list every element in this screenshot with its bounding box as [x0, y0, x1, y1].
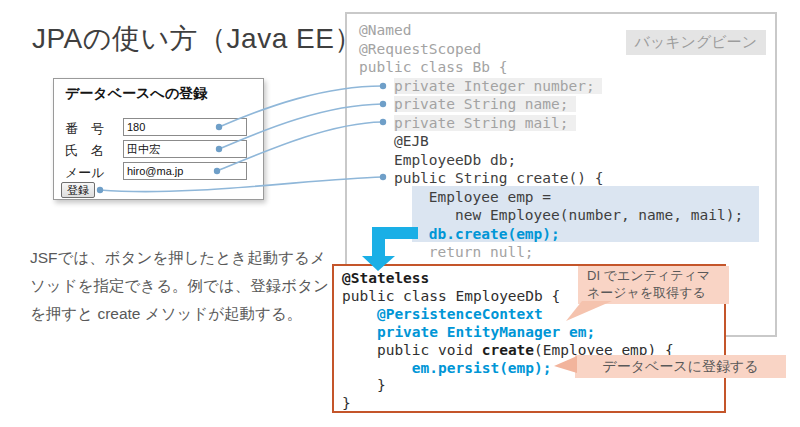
- note-line: を押すと create メソッドが起動する。: [30, 300, 360, 328]
- persist-callout: データベースに登録する: [575, 355, 786, 378]
- mail-input[interactable]: [123, 162, 247, 180]
- slide: JPAの使い方（Java EE） データベースへの登録 番 号 氏 名 メール …: [0, 0, 800, 427]
- registration-form: データベースへの登録 番 号 氏 名 メール 登録: [53, 78, 264, 200]
- name-input[interactable]: [123, 140, 247, 158]
- backing-bean-code: @Named@RequestScopedpublic class Bb { pr…: [359, 21, 743, 280]
- note-line: JSFでは、ボタンを押したとき起動するメ: [30, 244, 360, 272]
- di-callout-line: ネージャを取得する: [587, 285, 729, 302]
- number-label: 番 号: [65, 120, 104, 138]
- mail-label: メール: [65, 164, 105, 182]
- di-callout: DI でエンティティマ ネージャを取得する: [578, 266, 729, 304]
- form-title: データベースへの登録: [65, 85, 207, 103]
- note-paragraph: JSFでは、ボタンを押したとき起動するメ ソッドを指定できる。例では、登録ボタン…: [30, 244, 360, 328]
- register-button[interactable]: 登録: [61, 182, 95, 198]
- page-title: JPAの使い方（Java EE）: [32, 20, 363, 58]
- di-callout-line: DI でエンティティマ: [587, 268, 729, 285]
- name-label: 氏 名: [65, 142, 104, 160]
- number-input[interactable]: [123, 118, 247, 136]
- note-line: ソッドを指定できる。例では、登録ボタン: [30, 272, 360, 300]
